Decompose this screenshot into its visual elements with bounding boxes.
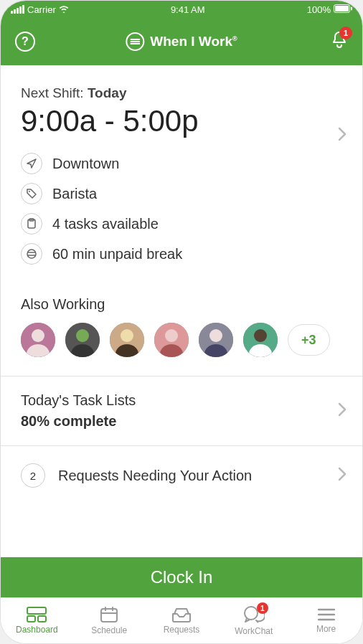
svg-point-25 (209, 329, 222, 342)
shift-break: 60 min unpaid break (52, 246, 182, 262)
task-lists-percent: 80% complete (21, 413, 342, 430)
svg-point-28 (254, 329, 267, 342)
tab-requests[interactable]: Requests (146, 598, 218, 643)
avatar[interactable] (243, 323, 278, 357)
workchat-badge: 1 (257, 602, 268, 614)
svg-point-19 (121, 329, 133, 342)
also-working-section: Also Working +3 (1, 286, 362, 376)
shift-tasks: 4 tasks available (52, 216, 159, 232)
shift-break-row: 60 min unpaid break (21, 239, 342, 269)
svg-point-22 (165, 329, 178, 342)
svg-rect-32 (38, 616, 46, 622)
shift-role-row: Barista (21, 179, 342, 209)
requests-icon (171, 607, 192, 622)
break-icon (21, 243, 42, 265)
clock-in-button[interactable]: Clock In (1, 557, 362, 597)
dashboard-icon (27, 607, 47, 622)
requests-title: Requests Needing Your Action (58, 468, 252, 484)
nav-bar: ? When I Work® 1 (1, 18, 362, 65)
brand-icon (126, 32, 144, 51)
task-lists-row[interactable]: Today's Task Lists 80% complete (1, 377, 362, 445)
carrier-label: Carrier (27, 4, 56, 15)
svg-rect-33 (101, 609, 117, 622)
brand: When I Work® (126, 32, 237, 51)
svg-rect-1 (335, 6, 349, 11)
shift-tasks-row: 4 tasks available (21, 209, 342, 239)
task-lists-title: Today's Task Lists (21, 392, 342, 409)
shift-location-row: Downtown (21, 148, 342, 179)
also-working-more[interactable]: +3 (288, 324, 330, 356)
avatar[interactable] (110, 323, 144, 357)
avatar[interactable] (21, 323, 55, 357)
next-shift-label: Next Shift: Today (21, 85, 342, 101)
notifications-button[interactable]: 1 (331, 31, 348, 52)
status-bar: Carrier 9:41 AM 100% (1, 1, 362, 18)
also-working-title: Also Working (21, 296, 342, 313)
svg-point-37 (245, 607, 258, 620)
clock: 9:41 AM (171, 4, 205, 15)
svg-rect-30 (27, 607, 46, 614)
tab-more[interactable]: More (290, 598, 362, 643)
chevron-right-icon (338, 127, 346, 144)
svg-rect-2 (351, 6, 352, 10)
requests-row[interactable]: 2 Requests Needing Your Action (1, 446, 362, 493)
next-shift-card[interactable]: Next Shift: Today 9:00a - 5:00p Downtown (1, 65, 362, 286)
tab-workchat[interactable]: 1 WorkChat (217, 598, 290, 643)
avatar[interactable] (154, 323, 189, 357)
tag-icon (21, 183, 42, 204)
chevron-right-icon (338, 402, 346, 420)
svg-point-16 (76, 329, 89, 342)
avatar[interactable] (199, 323, 233, 357)
tab-schedule[interactable]: Schedule (73, 598, 146, 643)
brand-reg: ® (232, 35, 237, 42)
help-button[interactable]: ? (15, 32, 35, 52)
svg-point-6 (29, 191, 30, 192)
signal-icon (11, 5, 24, 14)
notifications-badge: 1 (339, 27, 352, 39)
battery-percent: 100% (307, 4, 331, 15)
chevron-right-icon (338, 467, 346, 484)
svg-rect-31 (27, 616, 35, 622)
shift-role: Barista (52, 186, 97, 202)
wifi-icon (59, 4, 69, 15)
battery-icon (334, 4, 352, 15)
clipboard-icon (21, 213, 42, 235)
schedule-icon (100, 606, 118, 623)
brand-label: When I Work (150, 34, 232, 49)
svg-point-13 (32, 329, 44, 342)
shift-time: 9:00a - 5:00p (21, 104, 342, 138)
more-icon (318, 607, 335, 622)
tab-bar: Dashboard Schedule Requests 1 WorkChat M… (1, 597, 362, 643)
avatar[interactable] (65, 323, 100, 357)
svg-point-9 (27, 250, 36, 258)
requests-count: 2 (21, 463, 45, 488)
location-icon (21, 153, 42, 174)
shift-location: Downtown (52, 156, 119, 172)
tab-dashboard[interactable]: Dashboard (1, 598, 73, 643)
